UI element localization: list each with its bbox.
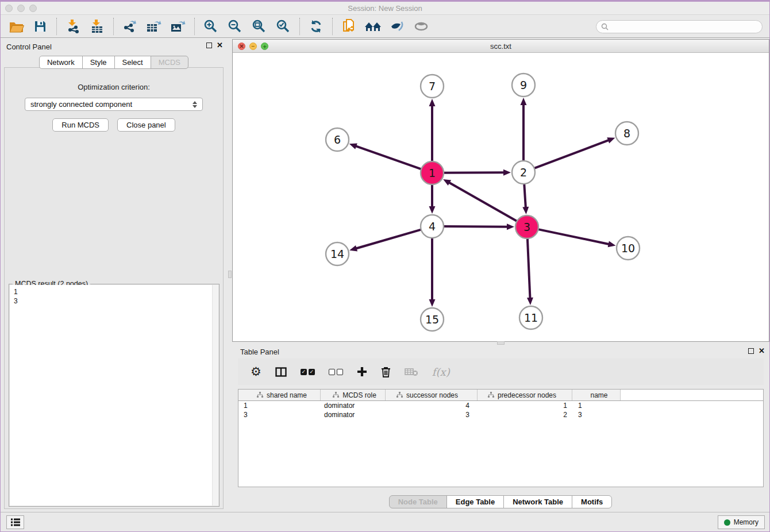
zoom-out-button[interactable] xyxy=(223,17,247,36)
table-cell[interactable]: 1 xyxy=(572,402,621,410)
table-options-button[interactable]: ⚙ xyxy=(251,366,261,378)
close-panel-button[interactable]: Close panel xyxy=(117,118,175,132)
float-table-panel-icon[interactable] xyxy=(748,348,754,354)
duplicate-network-button[interactable] xyxy=(337,17,361,36)
tab-edge-table[interactable]: Edge Table xyxy=(446,495,504,508)
table-cell[interactable]: 3 xyxy=(572,411,621,419)
run-mcds-button[interactable]: Run MCDS xyxy=(52,118,109,132)
select-all-columns-button[interactable]: ✓ ✓ xyxy=(301,369,315,375)
close-table-panel-icon[interactable]: ✕ xyxy=(759,348,765,354)
refresh-button[interactable] xyxy=(304,17,328,36)
graph-arrowhead xyxy=(527,298,533,305)
task-history-button[interactable] xyxy=(6,515,24,529)
save-icon xyxy=(33,20,47,33)
show-all-button[interactable] xyxy=(409,17,433,36)
table-row[interactable]: 3dominator323 xyxy=(238,410,763,419)
table-cell[interactable]: 1 xyxy=(238,402,321,410)
network-graph[interactable]: 1234678910111415 xyxy=(233,53,769,341)
mcds-result-box: MCDS result (2 nodes) 1 3 xyxy=(9,284,220,507)
trash-icon xyxy=(381,367,391,377)
graph-edge-4-14[interactable] xyxy=(356,230,421,249)
table-cell[interactable]: dominator xyxy=(321,402,386,410)
column-view-button[interactable] xyxy=(275,367,287,377)
graph-node-label: 1 xyxy=(429,167,436,179)
search-input[interactable] xyxy=(611,22,757,30)
tree-icon xyxy=(257,392,263,398)
tab-network[interactable]: Network xyxy=(39,56,83,69)
memory-button[interactable]: Memory xyxy=(718,515,765,529)
table-row[interactable]: 1dominator411 xyxy=(238,401,763,410)
graph-edge-3-11[interactable] xyxy=(528,238,530,299)
tab-node-table[interactable]: Node Table xyxy=(389,495,447,508)
graph-edge-3-1[interactable] xyxy=(449,182,517,221)
graph-edge-2-3[interactable] xyxy=(524,184,526,208)
unselect-all-columns-button[interactable] xyxy=(329,369,343,375)
result-scrollbar[interactable] xyxy=(212,285,218,506)
table-panel-title: Table Panel xyxy=(240,348,279,356)
graph-arrowhead xyxy=(503,169,511,176)
graph-node-label: 9 xyxy=(520,79,527,91)
main-toolbar xyxy=(1,16,769,38)
column-header-name[interactable]: name xyxy=(572,390,621,400)
first-neighbors-button[interactable] xyxy=(361,17,385,36)
tab-select[interactable]: Select xyxy=(114,56,151,69)
tab-mcds[interactable]: MCDS xyxy=(151,56,188,69)
save-session-button[interactable] xyxy=(28,17,52,36)
graph-arrowhead xyxy=(429,206,436,214)
graph-node-label: 15 xyxy=(425,313,439,326)
hide-selected-button[interactable] xyxy=(385,17,409,36)
table-cell[interactable]: dominator xyxy=(321,411,386,419)
search-field[interactable] xyxy=(596,20,763,33)
float-panel-icon[interactable] xyxy=(206,43,212,48)
unchecked-box-icon xyxy=(337,369,343,375)
open-session-button[interactable] xyxy=(4,17,28,36)
graph-edge-4-3[interactable] xyxy=(444,226,508,227)
column-header-successor-nodes[interactable]: successor nodes xyxy=(386,390,478,400)
network-window-title: scc.txt xyxy=(233,42,769,51)
import-table-button[interactable] xyxy=(85,17,109,36)
table-cell[interactable]: 3 xyxy=(238,411,321,419)
table-cell[interactable]: 3 xyxy=(386,411,478,419)
table-cell[interactable]: 4 xyxy=(386,402,478,410)
delete-column-button[interactable] xyxy=(381,367,391,377)
export-network-button[interactable] xyxy=(118,17,142,36)
list-icon xyxy=(10,518,21,527)
dropdown-stepper-icon xyxy=(192,101,197,108)
graph-edge-3-10[interactable] xyxy=(538,229,610,244)
minimize-network-button[interactable]: − xyxy=(249,43,257,50)
tab-style[interactable]: Style xyxy=(82,56,115,69)
plus-icon xyxy=(357,367,367,377)
criterion-dropdown[interactable]: strongly connected component xyxy=(25,98,203,111)
graph-edge-1-6[interactable] xyxy=(355,146,421,169)
column-header-mcds-role[interactable]: MCDS role xyxy=(321,390,386,400)
zoom-in-button[interactable] xyxy=(199,17,223,36)
import-network-button[interactable] xyxy=(61,17,85,36)
maximize-network-button[interactable]: ＋ xyxy=(261,43,268,50)
tab-motifs[interactable]: Motifs xyxy=(572,495,612,508)
column-header-predecessor-nodes[interactable]: predecessor nodes xyxy=(478,390,572,400)
add-column-button[interactable] xyxy=(357,367,367,377)
graph-node-label: 10 xyxy=(621,242,635,255)
zoom-in-icon xyxy=(203,19,218,34)
tab-network-table[interactable]: Network Table xyxy=(503,495,572,508)
vertical-splitter-handle[interactable] xyxy=(228,271,232,278)
network-window-titlebar[interactable]: ✕ − ＋ scc.txt xyxy=(233,40,769,53)
export-table-button[interactable] xyxy=(142,17,166,36)
export-image-button[interactable] xyxy=(166,17,190,36)
zoom-fit-button[interactable] xyxy=(247,17,271,36)
close-network-button[interactable]: ✕ xyxy=(238,43,245,50)
table-cell[interactable]: 2 xyxy=(478,411,572,419)
graph-node-label: 8 xyxy=(623,127,630,140)
close-panel-icon[interactable]: ✕ xyxy=(217,43,223,48)
network-canvas[interactable]: 1234678910111415 xyxy=(233,53,769,341)
graph-node-label: 11 xyxy=(524,311,538,324)
column-header-shared-name[interactable]: shared name xyxy=(238,390,321,400)
mcds-result-text[interactable]: 1 3 xyxy=(10,285,218,308)
table-cell[interactable]: 1 xyxy=(478,402,572,410)
memory-status-icon xyxy=(724,519,730,526)
graph-edge-1-2[interactable] xyxy=(444,172,505,173)
graph-edge-2-8[interactable] xyxy=(534,140,609,168)
zoom-selected-button[interactable] xyxy=(271,17,295,36)
function-builder-button: f(x) xyxy=(432,366,450,378)
export-network-icon xyxy=(122,19,137,34)
